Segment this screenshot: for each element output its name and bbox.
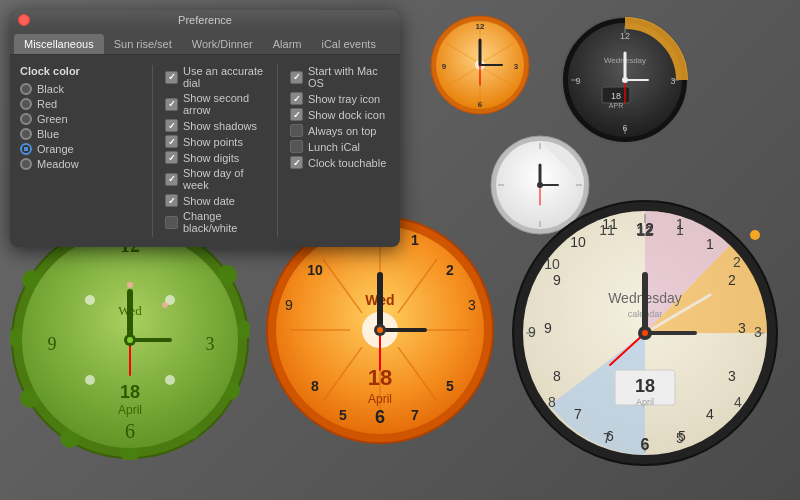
svg-text:10: 10 — [544, 256, 560, 272]
radio-black[interactable] — [20, 83, 32, 95]
checkbox-blackwhite[interactable] — [165, 216, 178, 229]
checkbox-trayicon[interactable] — [290, 92, 303, 105]
tabs-bar: Miscellaneous Sun rise/set Work/Dinner A… — [10, 30, 400, 55]
cb-second-arrow[interactable]: Show second arrow — [165, 92, 265, 116]
svg-point-150 — [642, 330, 648, 336]
tab-alarm[interactable]: Alarm — [263, 34, 312, 54]
svg-text:9: 9 — [575, 76, 580, 86]
svg-text:10: 10 — [307, 262, 323, 278]
radio-orange[interactable] — [20, 143, 32, 155]
svg-point-33 — [622, 77, 628, 83]
svg-point-66 — [127, 282, 133, 288]
svg-text:1: 1 — [706, 236, 714, 252]
checkbox-dockicon[interactable] — [290, 108, 303, 121]
svg-text:April: April — [118, 403, 142, 417]
color-orange[interactable]: Orange — [20, 143, 140, 155]
checkbox-dayofweek[interactable] — [165, 173, 178, 186]
svg-text:3: 3 — [468, 297, 476, 313]
radio-meadow[interactable] — [20, 158, 32, 170]
cb-accurate-dial[interactable]: Use an accurate dial — [165, 65, 265, 89]
color-red[interactable]: Red — [20, 98, 140, 110]
svg-text:9: 9 — [553, 272, 561, 288]
svg-text:6: 6 — [478, 100, 483, 109]
svg-text:2: 2 — [728, 272, 736, 288]
svg-text:6: 6 — [622, 123, 627, 133]
radio-red[interactable] — [20, 98, 32, 110]
radio-green[interactable] — [20, 113, 32, 125]
svg-point-64 — [85, 375, 95, 385]
titlebar: Preference — [10, 10, 400, 30]
svg-point-106 — [377, 327, 383, 333]
pref-body: Clock color Black Red Green Blue Orange — [10, 55, 400, 247]
svg-point-75 — [127, 337, 133, 343]
checkbox-startwithmacos[interactable] — [290, 71, 303, 84]
svg-text:3: 3 — [738, 320, 746, 336]
checkbox-alwaysontop[interactable] — [290, 124, 303, 137]
svg-text:3: 3 — [728, 368, 736, 384]
cb-date[interactable]: Show date — [165, 194, 265, 207]
color-black[interactable]: Black — [20, 83, 140, 95]
clock-color-title: Clock color — [20, 65, 140, 77]
tab-ical[interactable]: iCal events — [311, 34, 385, 54]
cb-dockicon[interactable]: Show dock icon — [290, 108, 390, 121]
svg-text:8: 8 — [553, 368, 561, 384]
svg-text:7: 7 — [574, 406, 582, 422]
cb-lunchical[interactable]: Lunch iCal — [290, 140, 390, 153]
svg-text:4: 4 — [706, 406, 714, 422]
svg-text:4: 4 — [734, 394, 742, 410]
svg-text:9: 9 — [544, 320, 552, 336]
svg-point-65 — [165, 375, 175, 385]
cb-startwithmacos[interactable]: Start with Mac OS — [290, 65, 390, 89]
color-meadow[interactable]: Meadow — [20, 158, 140, 170]
divider2 — [277, 65, 278, 237]
svg-text:1: 1 — [676, 222, 684, 238]
cb-digits[interactable]: Show digits — [165, 151, 265, 164]
svg-text:April: April — [368, 392, 392, 406]
svg-text:3: 3 — [514, 62, 519, 71]
checkbox-second-arrow[interactable] — [165, 98, 178, 111]
cb-dayofweek[interactable]: Show day of week — [165, 167, 265, 191]
svg-text:18: 18 — [611, 91, 621, 101]
checkbox-clocktouchable[interactable] — [290, 156, 303, 169]
cb-shadows[interactable]: Show shadows — [165, 119, 265, 132]
cb-clocktouchable[interactable]: Clock touchable — [290, 156, 390, 169]
cb-trayicon[interactable]: Show tray icon — [290, 92, 390, 105]
checkboxes-right: Start with Mac OS Show tray icon Show do… — [290, 65, 390, 237]
svg-text:5: 5 — [339, 407, 347, 423]
svg-text:9: 9 — [48, 334, 57, 354]
svg-text:APR: APR — [609, 102, 623, 109]
checkbox-points[interactable] — [165, 135, 178, 148]
svg-point-67 — [162, 302, 168, 308]
svg-text:8: 8 — [311, 378, 319, 394]
color-blue[interactable]: Blue — [20, 128, 140, 140]
cb-blackwhite[interactable]: Change black/white — [165, 210, 265, 234]
svg-point-151 — [750, 230, 760, 240]
checkbox-accurate-dial[interactable] — [165, 71, 178, 84]
svg-text:1: 1 — [411, 232, 419, 248]
svg-point-62 — [85, 295, 95, 305]
svg-text:9: 9 — [442, 62, 447, 71]
checkbox-digits[interactable] — [165, 151, 178, 164]
window-title: Preference — [178, 14, 232, 26]
checkbox-date[interactable] — [165, 194, 178, 207]
svg-text:April: April — [636, 397, 654, 407]
color-green[interactable]: Green — [20, 113, 140, 125]
checkbox-shadows[interactable] — [165, 119, 178, 132]
checkboxes-left: Use an accurate dial Show second arrow S… — [165, 65, 265, 237]
svg-text:12: 12 — [476, 22, 485, 31]
svg-text:7: 7 — [603, 430, 611, 446]
checkbox-lunchical[interactable] — [290, 140, 303, 153]
svg-text:3: 3 — [206, 334, 215, 354]
clock-green-large: 12 3 6 9 Wed 18 April — [10, 220, 250, 460]
cb-points[interactable]: Show points — [165, 135, 265, 148]
svg-text:11: 11 — [599, 222, 615, 238]
radio-blue[interactable] — [20, 128, 32, 140]
svg-text:5: 5 — [446, 378, 454, 394]
svg-text:2: 2 — [733, 254, 741, 270]
tab-workdinner[interactable]: Work/Dinner — [182, 34, 263, 54]
svg-text:9: 9 — [285, 297, 293, 313]
tab-miscellaneous[interactable]: Miscellaneous — [14, 34, 104, 54]
cb-alwaysontop[interactable]: Always on top — [290, 124, 390, 137]
close-button[interactable] — [18, 14, 30, 26]
tab-sunrise[interactable]: Sun rise/set — [104, 34, 182, 54]
